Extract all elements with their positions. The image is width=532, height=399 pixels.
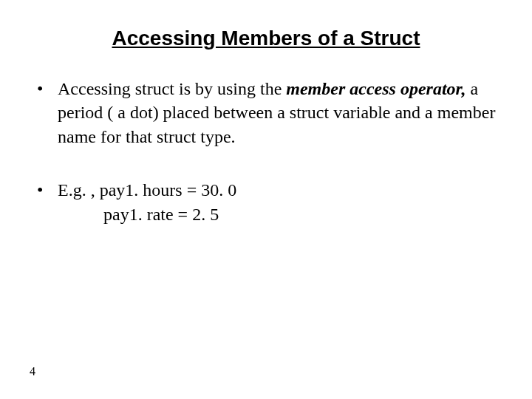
bullet-2-lead: E.g. , pay1. hours = 30. 0	[58, 180, 236, 200]
bullet-1-emph: member access operator,	[286, 79, 466, 98]
bullet-2: E.g. , pay1. hours = 30. 0	[33, 178, 499, 202]
page-number: 4	[30, 365, 35, 378]
slide-title: Accessing Members of a Struct	[33, 27, 499, 50]
bullet-2-line2: pay1. rate = 2. 5	[33, 202, 499, 226]
bullet-1-pre: Accessing struct is by using the	[58, 79, 286, 98]
bullet-1: Accessing struct is by using the member …	[33, 77, 499, 149]
